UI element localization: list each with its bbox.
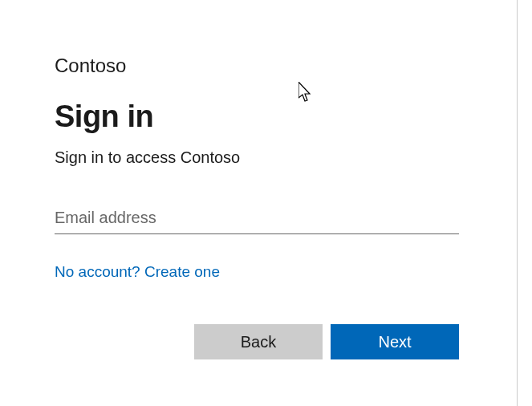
next-button[interactable]: Next	[331, 324, 459, 359]
page-title: Sign in	[55, 99, 459, 134]
back-button[interactable]: Back	[194, 324, 323, 359]
page-subtitle: Sign in to access Contoso	[55, 148, 459, 167]
button-row: Back Next	[55, 324, 459, 359]
email-field[interactable]	[55, 205, 459, 234]
org-name: Contoso	[55, 55, 459, 77]
create-account-link[interactable]: No account? Create one	[55, 263, 220, 281]
signin-card: Contoso Sign in Sign in to access Contos…	[0, 0, 514, 359]
